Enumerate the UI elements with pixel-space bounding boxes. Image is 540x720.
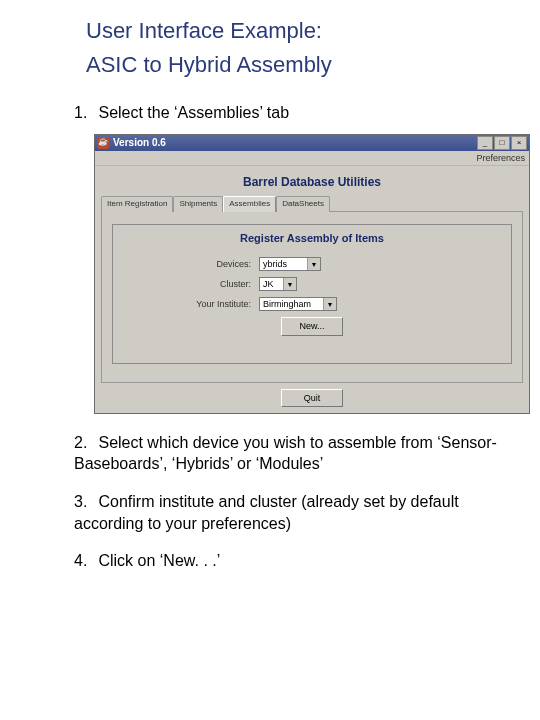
- tabstrip: Item Registration Shipments Assemblies D…: [101, 196, 523, 212]
- tab-datasheets[interactable]: DataSheets: [276, 196, 330, 212]
- tab-item-registration[interactable]: Item Registration: [101, 196, 173, 212]
- minimize-button[interactable]: _: [477, 136, 493, 150]
- step-1-text: Select the ‘Assemblies’ tab: [98, 104, 289, 121]
- step-2-text: Select which device you wish to assemble…: [74, 434, 497, 473]
- register-assembly-group: Register Assembly of Items Devices: ybri…: [112, 224, 512, 364]
- step-2: 2. Select which device you wish to assem…: [74, 432, 510, 475]
- cluster-combo[interactable]: JK ▼: [259, 277, 297, 291]
- cluster-value: JK: [263, 278, 283, 290]
- maximize-button[interactable]: □: [494, 136, 510, 150]
- institute-combo[interactable]: Birmingham ▼: [259, 297, 337, 311]
- java-cup-icon: ☕: [97, 137, 109, 149]
- tab-shipments[interactable]: Shipments: [173, 196, 223, 212]
- page-title: User Interface Example:: [86, 18, 510, 44]
- app-window: ☕ Version 0.6 _ □ × Preferences Barrel D…: [94, 134, 530, 414]
- institute-value: Birmingham: [263, 298, 323, 310]
- titlebar: ☕ Version 0.6 _ □ ×: [95, 135, 529, 151]
- tab-panel: Register Assembly of Items Devices: ybri…: [101, 211, 523, 383]
- devices-label: Devices:: [121, 258, 259, 270]
- page-subtitle: ASIC to Hybrid Assembly: [86, 52, 510, 78]
- menu-preferences[interactable]: Preferences: [476, 152, 525, 164]
- chevron-down-icon: ▼: [323, 298, 336, 310]
- window-title: Version 0.6: [113, 136, 477, 150]
- step-4-number: 4.: [74, 550, 94, 572]
- quit-button[interactable]: Quit: [281, 389, 343, 407]
- app-main-title: Barrel Database Utilities: [101, 174, 523, 190]
- chevron-down-icon: ▼: [307, 258, 320, 270]
- step-3-number: 3.: [74, 491, 94, 513]
- group-title: Register Assembly of Items: [121, 231, 503, 246]
- devices-value: ybrids: [263, 258, 307, 270]
- cluster-label: Cluster:: [121, 278, 259, 290]
- institute-label: Your Institute:: [121, 298, 259, 310]
- step-3-text: Confirm institute and cluster (already s…: [74, 493, 459, 532]
- tab-assemblies[interactable]: Assemblies: [223, 196, 276, 212]
- step-4-text: Click on ‘New. . .’: [98, 552, 220, 569]
- step-3: 3. Confirm institute and cluster (alread…: [74, 491, 510, 534]
- devices-combo[interactable]: ybrids ▼: [259, 257, 321, 271]
- menubar: Preferences: [95, 151, 529, 166]
- chevron-down-icon: ▼: [283, 278, 296, 290]
- close-button[interactable]: ×: [511, 136, 527, 150]
- step-4: 4. Click on ‘New. . .’: [74, 550, 510, 572]
- step-1: 1. Select the ‘Assemblies’ tab ☕ Version…: [74, 102, 510, 414]
- step-1-number: 1.: [74, 102, 94, 124]
- new-button[interactable]: New...: [281, 317, 343, 335]
- step-2-number: 2.: [74, 432, 94, 454]
